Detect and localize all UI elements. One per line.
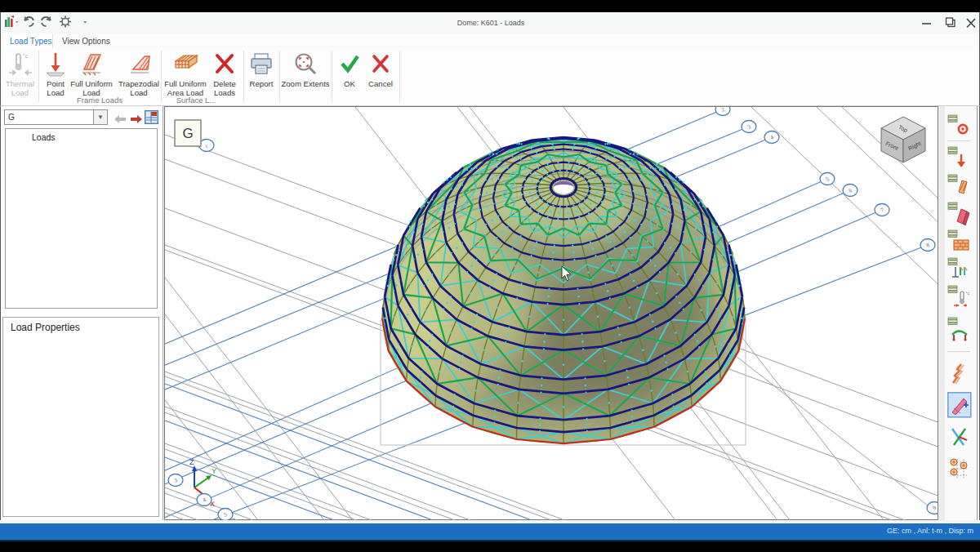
svg-text:°c: °c (965, 291, 969, 296)
svg-text:Y: Y (212, 467, 216, 475)
svg-text:Z: Z (189, 458, 194, 466)
svg-text:G: G (182, 126, 193, 141)
svg-text:°c: °c (23, 53, 29, 59)
